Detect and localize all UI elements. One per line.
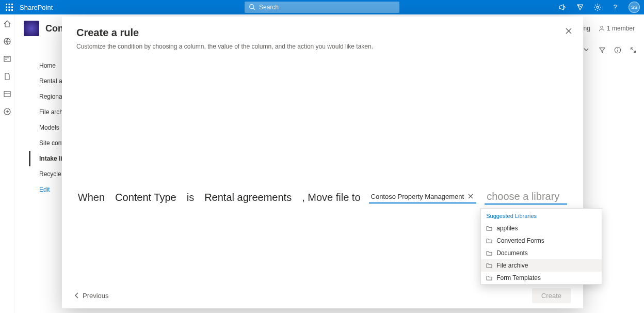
site-name[interactable]: Con (45, 23, 63, 34)
svg-rect-17 (4, 91, 10, 97)
folder-icon (486, 251, 492, 256)
modal-body: When Content Type is Rental agreements ,… (62, 52, 583, 283)
site-chip-label: Contoso Property Management (371, 193, 464, 200)
folder-icon (486, 226, 492, 231)
modal-footer: Previous Create (62, 283, 583, 308)
svg-rect-7 (9, 9, 10, 11)
library-input[interactable] (485, 191, 567, 205)
dropdown-item-form-templates[interactable]: Form Templates (481, 272, 602, 284)
svg-point-22 (601, 26, 603, 29)
add-icon[interactable] (3, 107, 11, 116)
dropdown-item-file-archive[interactable]: File archive (481, 259, 602, 272)
suite-right: ? SS (558, 2, 640, 13)
svg-rect-8 (11, 9, 13, 11)
list-icon[interactable] (3, 90, 11, 98)
svg-point-9 (250, 5, 254, 9)
search-input[interactable] (245, 2, 399, 13)
close-icon[interactable] (564, 26, 574, 36)
files-icon[interactable] (3, 72, 11, 81)
condition-value-picker[interactable]: Rental agreements (201, 192, 295, 205)
is-label: is (187, 192, 194, 204)
svg-rect-4 (9, 7, 10, 8)
dropdown-item-converted-forms[interactable]: Converted Forms (481, 234, 602, 247)
svg-text:?: ? (614, 4, 617, 11)
svg-rect-2 (11, 4, 13, 5)
search-wrap (245, 2, 399, 13)
member-count-label: 1 member (607, 25, 635, 32)
help-icon[interactable]: ? (611, 3, 619, 11)
filter-icon[interactable] (599, 46, 607, 55)
svg-rect-3 (6, 7, 7, 8)
previous-button[interactable]: Previous (74, 292, 109, 300)
home-icon[interactable] (3, 20, 11, 28)
svg-point-25 (617, 48, 618, 49)
site-chip[interactable]: Contoso Property Management (369, 192, 477, 204)
folder-icon (486, 275, 492, 280)
chip-remove-icon[interactable] (468, 194, 474, 200)
rule-action-line: Move file to Contoso Property Management… (308, 191, 567, 205)
svg-rect-5 (11, 7, 13, 8)
comma: , (302, 192, 305, 204)
mail-icon[interactable] (576, 3, 584, 11)
dropdown-item-label: Documents (496, 249, 528, 257)
svg-rect-14 (4, 56, 10, 61)
person-icon (599, 25, 605, 32)
globe-icon[interactable] (3, 37, 11, 45)
action-label: Move file to (308, 192, 360, 204)
dropdown-item-label: appfiles (496, 225, 518, 232)
when-label: When (78, 192, 105, 204)
svg-line-10 (253, 8, 255, 10)
expand-icon[interactable] (630, 46, 638, 55)
rule-condition-line: When Content Type is Rental agreements , (78, 192, 305, 205)
left-rail (0, 14, 14, 313)
previous-label: Previous (83, 292, 109, 300)
megaphone-icon[interactable] (558, 3, 567, 11)
search-icon (249, 4, 255, 10)
create-button[interactable]: Create (532, 288, 571, 303)
site-logo[interactable] (24, 21, 39, 36)
svg-rect-6 (6, 9, 7, 11)
modal-subtitle: Customize the condition by choosing a co… (76, 43, 569, 50)
chevron-down-icon[interactable] (583, 46, 591, 55)
column-picker[interactable]: Content Type (112, 192, 180, 205)
member-count[interactable]: 1 member (599, 25, 635, 32)
rule-sentence: When Content Type is Rental agreements ,… (62, 181, 583, 205)
dropdown-item-label: Converted Forms (496, 237, 544, 244)
avatar-initials: SS (631, 5, 637, 10)
dropdown-item-label: Form Templates (496, 274, 541, 281)
command-bar-right (583, 46, 638, 55)
folder-icon (486, 263, 492, 268)
library-dropdown: Suggested Libraries appfiles Converted F… (480, 208, 602, 285)
avatar[interactable]: SS (629, 2, 640, 13)
svg-rect-1 (9, 4, 10, 5)
library-input-wrap: Suggested Libraries appfiles Converted F… (485, 191, 567, 205)
suite-bar: SharePoint ? SS (0, 0, 644, 14)
svg-rect-0 (6, 4, 7, 5)
modal-header: Create a rule Customize the condition by… (62, 17, 583, 52)
dropdown-item-appfiles[interactable]: appfiles (481, 222, 602, 234)
app-launcher-icon[interactable] (4, 2, 14, 12)
news-icon[interactable] (3, 55, 11, 63)
dropdown-header: Suggested Libraries (481, 209, 602, 222)
dropdown-item-label: File archive (496, 262, 528, 269)
gear-icon[interactable] (593, 3, 602, 11)
dropdown-item-documents[interactable]: Documents (481, 247, 602, 259)
create-rule-panel: Create a rule Customize the condition by… (62, 17, 583, 308)
modal-title: Create a rule (76, 27, 569, 39)
info-icon[interactable] (614, 46, 622, 55)
svg-point-11 (597, 6, 599, 8)
chevron-left-icon (74, 292, 79, 299)
folder-icon (486, 238, 492, 243)
app-name: SharePoint (20, 4, 53, 11)
